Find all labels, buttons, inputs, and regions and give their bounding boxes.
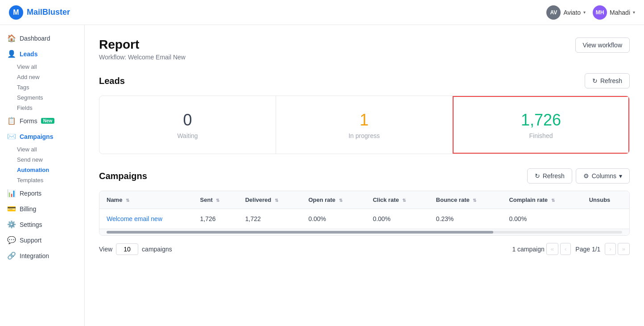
refresh-icon: ↻ bbox=[592, 77, 598, 84]
stat-value-waiting: 0 bbox=[108, 110, 267, 130]
page-title: Report bbox=[99, 38, 186, 52]
campaigns-section-title: Campaigns bbox=[99, 171, 147, 181]
columns-chevron: ▾ bbox=[619, 172, 622, 180]
th-unsubs: Unsubs bbox=[582, 191, 629, 209]
td-open-rate: 0.00% bbox=[301, 209, 366, 229]
table-footer: View campaigns 1 campaign « ‹ Page 1/1 ›… bbox=[99, 243, 630, 255]
topbar-right: AV Aviato ▾ MH Mahadi ▾ bbox=[546, 5, 635, 20]
sidebar-sub-automation[interactable]: Automation bbox=[0, 165, 84, 175]
leads-section-title: Leads bbox=[99, 76, 125, 86]
table-scrollbar[interactable] bbox=[99, 229, 629, 235]
td-complain-rate: 0.00% bbox=[502, 209, 582, 229]
sidebar-label-dashboard: Dashboard bbox=[20, 35, 50, 42]
sidebar-sub-templates[interactable]: Templates bbox=[0, 175, 84, 185]
sidebar-sub-fields[interactable]: Fields bbox=[0, 103, 84, 113]
stat-label-waiting: Waiting bbox=[108, 132, 267, 139]
sidebar-sub-tags[interactable]: Tags bbox=[0, 82, 84, 92]
td-unsubs bbox=[582, 209, 629, 229]
view-workflow-button[interactable]: View workflow bbox=[575, 38, 630, 53]
sidebar-label-integration: Integration bbox=[20, 252, 49, 259]
last-page-button[interactable]: » bbox=[618, 243, 630, 255]
delivered-sort-icon: ⇅ bbox=[275, 198, 278, 203]
page-subtitle: Workflow: Welcome Email New bbox=[99, 54, 186, 61]
leads-section-actions: ↻ Refresh bbox=[585, 73, 630, 88]
td-delivered: 1,722 bbox=[238, 209, 301, 229]
sidebar-sub-send-new[interactable]: Send new bbox=[0, 155, 84, 165]
campaigns-table-header-row: Name ⇅ Sent ⇅ Delivered ⇅ Open rate ⇅ Cl… bbox=[99, 191, 629, 209]
sidebar-sub-campaigns-view-all[interactable]: View all bbox=[0, 144, 84, 155]
name-sort-icon: ⇅ bbox=[126, 198, 129, 203]
scrollbar-thumb bbox=[107, 231, 493, 234]
logo-icon: M bbox=[9, 5, 23, 20]
sidebar-label-reports: Reports bbox=[20, 190, 41, 197]
main-content: Report Workflow: Welcome Email New View … bbox=[85, 25, 644, 326]
complain-rate-sort-icon: ⇅ bbox=[551, 198, 555, 203]
app-logo[interactable]: M MailBluster bbox=[9, 5, 70, 20]
sidebar-sub-view-all[interactable]: View all bbox=[0, 62, 84, 72]
th-name: Name ⇅ bbox=[99, 191, 193, 209]
campaigns-table-wrapper: Name ⇅ Sent ⇅ Delivered ⇅ Open rate ⇅ Cl… bbox=[99, 191, 630, 236]
campaigns-section: Campaigns ↻ Refresh ⚙ Columns ▾ Name ⇅ bbox=[99, 168, 630, 255]
td-sent: 1,726 bbox=[193, 209, 238, 229]
leads-section-header: Leads ↻ Refresh bbox=[99, 73, 630, 88]
leads-icon: 👤 bbox=[7, 50, 16, 58]
sidebar-item-integration[interactable]: 🔗 Integration bbox=[0, 248, 84, 263]
app-name: MailBluster bbox=[27, 8, 70, 17]
campaigns-refresh-label: Refresh bbox=[543, 172, 565, 180]
campaigns-refresh-button[interactable]: ↻ Refresh bbox=[527, 168, 572, 184]
forms-badge: New bbox=[41, 118, 55, 124]
workspace-switcher[interactable]: AV Aviato ▾ bbox=[546, 5, 586, 20]
stat-card-in-progress: 1 In progress bbox=[276, 96, 453, 154]
leads-refresh-button[interactable]: ↻ Refresh bbox=[585, 73, 630, 88]
sidebar-item-settings[interactable]: ⚙️ Settings bbox=[0, 217, 84, 232]
sidebar-item-dashboard[interactable]: 🏠 Dashboard bbox=[0, 30, 84, 46]
sidebar-item-reports[interactable]: 📊 Reports bbox=[0, 185, 84, 201]
click-rate-sort-icon: ⇅ bbox=[402, 198, 406, 203]
stat-card-finished: 1,726 Finished bbox=[453, 96, 629, 154]
campaigns-refresh-icon: ↻ bbox=[535, 172, 540, 180]
prev-page-button[interactable]: ‹ bbox=[560, 243, 571, 255]
pagination: 1 campaign « ‹ Page 1/1 › » bbox=[512, 243, 630, 255]
campaign-count: 1 campaign bbox=[512, 246, 544, 253]
user-chevron: ▾ bbox=[633, 10, 635, 15]
user-avatar: MH bbox=[593, 5, 607, 20]
td-bounce-rate: 0.23% bbox=[429, 209, 502, 229]
campaigns-columns-button[interactable]: ⚙ Columns ▾ bbox=[576, 168, 630, 184]
sidebar-item-campaigns[interactable]: ✉️ Campaigns bbox=[0, 129, 84, 144]
support-icon: 💬 bbox=[7, 236, 16, 244]
th-sent: Sent ⇅ bbox=[193, 191, 238, 209]
view-control: View campaigns bbox=[99, 243, 172, 255]
sidebar-item-forms[interactable]: 📋 Forms New bbox=[0, 113, 84, 129]
sidebar: 🏠 Dashboard 👤 Leads View all Add new Tag… bbox=[0, 25, 85, 326]
campaign-name-link[interactable]: Welcome email new bbox=[107, 215, 162, 222]
user-menu[interactable]: MH Mahadi ▾ bbox=[593, 5, 635, 20]
first-page-button[interactable]: « bbox=[546, 243, 558, 255]
bounce-rate-sort-icon: ⇅ bbox=[473, 198, 476, 203]
forms-icon: 📋 bbox=[7, 117, 16, 125]
sidebar-sub-segments[interactable]: Segments bbox=[0, 92, 84, 103]
campaigns-section-header: Campaigns ↻ Refresh ⚙ Columns ▾ bbox=[99, 168, 630, 184]
sidebar-label-support: Support bbox=[20, 237, 41, 244]
sent-sort-icon: ⇅ bbox=[216, 198, 219, 203]
stat-value-finished: 1,726 bbox=[462, 110, 620, 130]
view-input[interactable] bbox=[116, 243, 138, 255]
sidebar-label-campaigns: Campaigns bbox=[20, 133, 53, 140]
next-page-button[interactable]: › bbox=[605, 243, 615, 255]
sidebar-item-billing[interactable]: 💳 Billing bbox=[0, 201, 84, 217]
leads-refresh-label: Refresh bbox=[600, 77, 622, 84]
sidebar-item-support[interactable]: 💬 Support bbox=[0, 232, 84, 248]
stat-card-waiting: 0 Waiting bbox=[99, 96, 276, 154]
sidebar-item-leads[interactable]: 👤 Leads bbox=[0, 46, 84, 62]
stat-label-finished: Finished bbox=[462, 132, 620, 139]
campaigns-table-body: Welcome email new 1,726 1,722 0.00% 0.00… bbox=[99, 209, 629, 229]
campaigns-columns-label: Columns bbox=[592, 172, 616, 180]
th-open-rate: Open rate ⇅ bbox=[301, 191, 366, 209]
campaigns-table: Name ⇅ Sent ⇅ Delivered ⇅ Open rate ⇅ Cl… bbox=[99, 191, 629, 229]
workspace-chevron: ▾ bbox=[583, 10, 586, 15]
reports-icon: 📊 bbox=[7, 189, 16, 197]
sidebar-sub-add-new[interactable]: Add new bbox=[0, 72, 84, 82]
view-label: View bbox=[99, 246, 112, 253]
th-click-rate: Click rate ⇅ bbox=[366, 191, 429, 209]
integration-icon: 🔗 bbox=[7, 251, 16, 260]
stat-value-in-progress: 1 bbox=[285, 110, 443, 130]
